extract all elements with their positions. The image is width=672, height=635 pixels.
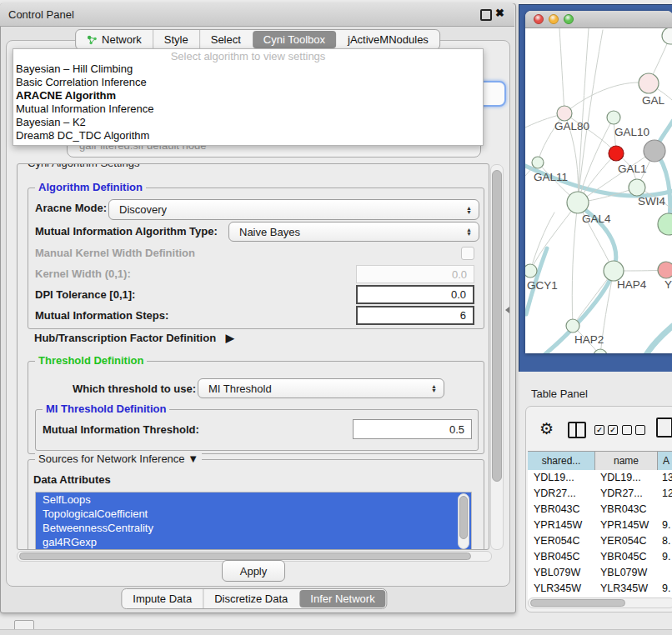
unchecked-columns-icon[interactable] (622, 425, 645, 435)
minimize-button[interactable] (549, 14, 559, 24)
float-panel-icon[interactable] (480, 9, 492, 21)
cell: YER054C (528, 533, 595, 549)
network-node[interactable] (644, 140, 665, 162)
zoom-button[interactable] (564, 14, 574, 24)
hub-section-toggle[interactable]: Hub/Transcription Factor Definition ▶ (34, 332, 234, 344)
algorithm-option-bayesian-k2[interactable]: Bayesian – K2 (13, 116, 483, 129)
algorithm-option-basic-correlation-inference[interactable]: Basic Correlation Inference (13, 76, 483, 89)
network-node-gal10[interactable] (607, 111, 620, 124)
close-panel-icon[interactable]: ✖ (495, 7, 504, 19)
network-node-gcy1[interactable] (525, 264, 537, 278)
apply-button[interactable]: Apply (222, 560, 285, 582)
checked-columns-icon[interactable]: ✓✓ (594, 425, 618, 435)
attribute-item-gal4rgexp[interactable]: gal4RGexp (36, 535, 471, 549)
network-node-y[interactable] (658, 262, 672, 278)
node-label-hap2: HAP2 (574, 333, 604, 346)
scrollbar-thumb[interactable] (492, 170, 502, 482)
network-node-gal4[interactable] (567, 192, 589, 213)
gear-icon[interactable]: ⚙ (539, 419, 554, 438)
data-attributes-list[interactable]: SelfLoopsTopologicalCoefficientBetweenne… (35, 492, 472, 550)
tab-network[interactable]: Network (76, 30, 153, 49)
table-row[interactable]: YBR043CYBR043C (528, 502, 672, 518)
network-node[interactable] (662, 28, 672, 44)
algorithm-option-bayesian-hill-climbing[interactable]: Bayesian – Hill Climbing (13, 62, 483, 76)
algorithm-dropdown[interactable]: Select algorithm to view settings Bayesi… (13, 48, 484, 146)
cell: YBR043C (528, 502, 595, 518)
tab-discretize-data[interactable]: Discretize Data (203, 589, 298, 608)
network-edge[interactable] (572, 202, 578, 326)
tab-select[interactable]: Select (199, 30, 252, 49)
settings-vertical-scrollbar[interactable] (490, 164, 504, 550)
scrollbar-thumb[interactable] (459, 496, 468, 539)
close-button[interactable] (534, 14, 544, 24)
node-label-gcy1: GCY1 (527, 279, 558, 292)
table-row[interactable]: YER054CYER054C8. (528, 533, 672, 549)
scrollbar-thumb[interactable] (19, 552, 471, 560)
tab-impute-data[interactable]: Impute Data (122, 589, 203, 608)
apply-button-label: Apply (240, 565, 268, 578)
table-row[interactable]: YDR27...YDR27...12 (528, 486, 672, 502)
cell: 9. (658, 581, 672, 597)
which-threshold-value: MI Threshold (208, 382, 272, 395)
cell: YPR145W (528, 518, 595, 533)
network-node-hap2[interactable] (566, 319, 579, 332)
network-edge[interactable] (644, 326, 672, 353)
sources-group-title[interactable]: Sources for Network Inference ▼ (35, 452, 202, 465)
panel-splitter-icon[interactable] (505, 307, 509, 313)
network-node-gal[interactable] (639, 73, 659, 93)
network-edge[interactable] (564, 82, 649, 113)
tab-style[interactable]: Style (153, 30, 199, 49)
network-edge[interactable] (559, 28, 564, 113)
network-canvas[interactable]: GALGAL80GAL10GAL1GAL11SWI4GAL4GCY1HAP4YH… (525, 28, 672, 353)
collapse-down-icon: ▼ (188, 452, 198, 465)
cell: 8. (658, 533, 672, 549)
mi-threshold-field[interactable]: 0.5 (353, 419, 472, 439)
algorithm-option-aracne-algorithm[interactable]: ARACNE Algorithm (13, 89, 483, 102)
tab-label: Discretize Data (214, 592, 288, 605)
table-horizontal-scrollbar[interactable] (528, 598, 672, 608)
split-view-icon[interactable] (568, 422, 586, 438)
table-row[interactable]: YDL19...YDL19...13 (528, 470, 672, 486)
manual-kernel-checkbox[interactable] (461, 247, 474, 260)
tab-infer-network[interactable]: Infer Network (299, 590, 385, 608)
scrollbar-thumb[interactable] (530, 599, 625, 607)
algorithm-option-mutual-information-inference[interactable]: Mutual Information Inference (13, 102, 483, 116)
tab-jactivemnodules[interactable]: jActiveMNodules (337, 30, 439, 49)
attributes-scrollbar[interactable] (458, 493, 469, 549)
table-row[interactable]: YPR145WYPR145W9. (528, 518, 672, 533)
mi-type-combo[interactable]: Naive Bayes ▲▼ (228, 222, 479, 242)
table-row[interactable]: YBL079WYBL079W (528, 565, 672, 581)
dpi-tolerance-field[interactable]: 0.0 (356, 285, 474, 304)
tab-label: Infer Network (310, 592, 374, 605)
column-header-a[interactable]: A (658, 452, 672, 470)
attribute-item-selfloops[interactable]: SelfLoops (36, 492, 471, 507)
table-row[interactable]: YBR045CYBR045C9. (528, 549, 672, 565)
network-edge[interactable] (578, 28, 589, 202)
attribute-item-betweennesscentrality[interactable]: BetweennessCentrality (36, 521, 471, 535)
network-node-swi4[interactable] (629, 179, 645, 196)
mi-threshold-value: 0.5 (449, 423, 464, 436)
network-node-gal80[interactable] (557, 106, 572, 121)
kernel-width-field[interactable]: 0.0 (356, 265, 474, 283)
cell: YBR045C (595, 549, 658, 565)
node-label-gal80: GAL80 (554, 120, 589, 132)
mi-steps-label: Mutual Information Steps: (35, 309, 168, 322)
network-node[interactable] (658, 213, 672, 235)
column-header-shared[interactable]: shared... (528, 452, 595, 470)
table-row[interactable]: YLR345WYLR345W9. (528, 581, 672, 597)
table-panel-title: Table Panel (531, 388, 588, 400)
column-header-name[interactable]: name (595, 452, 658, 470)
algorithm-option-dream8-dc-tdc-algorithm[interactable]: Dream8 DC_TDC Algorithm (13, 129, 483, 142)
tab-cyni-toolbox[interactable]: Cyni Toolbox (253, 31, 336, 48)
attribute-item-topologicalcoefficient[interactable]: TopologicalCoefficient (36, 507, 471, 521)
aracne-mode-combo[interactable]: Discovery ▲▼ (108, 199, 479, 220)
network-edge[interactable] (578, 30, 603, 202)
threshold-definition-group: Threshold Definition Which threshold to … (28, 361, 484, 454)
cell: YBR043C (595, 502, 658, 518)
which-threshold-combo[interactable]: MI Threshold ▲▼ (198, 378, 444, 398)
mi-steps-field[interactable]: 6 (356, 306, 474, 325)
file-icon[interactable] (656, 418, 672, 438)
network-node-gal1[interactable] (609, 146, 624, 161)
network-window-titlebar[interactable] (525, 11, 672, 28)
network-node-gal11[interactable] (532, 157, 544, 168)
